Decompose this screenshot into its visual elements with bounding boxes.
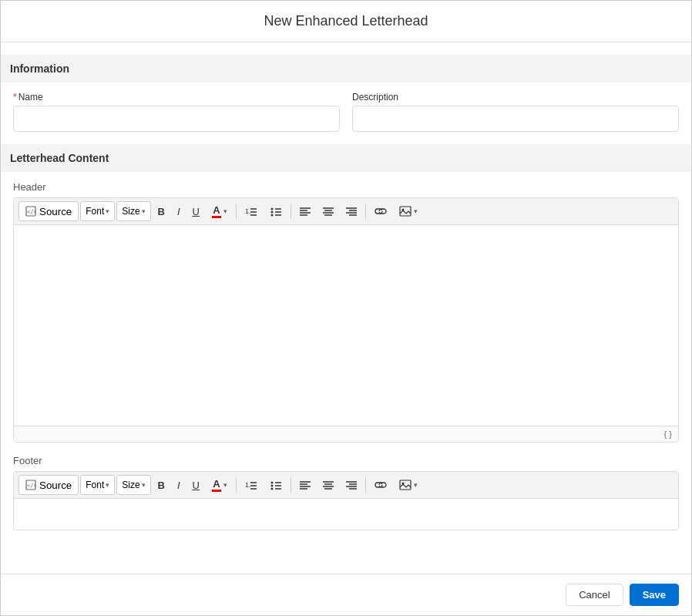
header-link-button[interactable] <box>369 201 392 221</box>
footer-unordered-list-button[interactable] <box>264 475 287 495</box>
svg-text:</>: </> <box>27 483 36 489</box>
header-source-label: Source <box>39 206 72 217</box>
footer-font-dropdown[interactable]: Font ▾ <box>80 475 115 495</box>
header-size-dropdown[interactable]: Size ▾ <box>116 201 150 221</box>
unordered-list-icon <box>270 206 282 217</box>
link-icon <box>375 206 387 217</box>
svg-point-34 <box>271 488 274 490</box>
size-chevron-icon: ▾ <box>142 207 146 215</box>
footer-align-center-icon <box>323 480 334 490</box>
footer-italic-icon: I <box>177 480 180 491</box>
footer-align-left-button[interactable] <box>294 475 316 495</box>
footer-bold-button[interactable]: B <box>153 475 170 495</box>
footer-source-label: Source <box>39 480 72 491</box>
svg-rect-24 <box>400 207 411 216</box>
footer-size-label: Size <box>122 480 139 490</box>
name-input[interactable] <box>13 106 340 132</box>
information-fields-row: *Name Description <box>13 92 679 132</box>
letterhead-content-section-header: Letterhead Content <box>1 144 691 172</box>
align-right-icon <box>346 207 357 216</box>
font-color-icon: A <box>212 205 221 218</box>
merge-fields-indicator: { } <box>664 429 672 439</box>
footer-link-icon <box>375 480 387 490</box>
footer-italic-button[interactable]: I <box>172 475 186 495</box>
footer-editor-content[interactable] <box>14 499 678 530</box>
header-merge-fields-bar: { } <box>14 426 678 442</box>
svg-point-8 <box>271 214 274 217</box>
footer-image-chevron-icon: ▾ <box>414 481 418 489</box>
header-label: Header <box>13 181 679 193</box>
header-editor-wrapper: </> Source Font ▾ Size ▾ <box>13 197 679 443</box>
svg-point-7 <box>271 211 274 214</box>
footer-ordered-list-button[interactable]: 1. <box>240 475 263 495</box>
header-size-label: Size <box>122 206 139 217</box>
description-field-group: Description <box>352 92 679 132</box>
header-ordered-list-button[interactable]: 1. <box>240 201 263 221</box>
modal-container: New Enhanced Letterhead Information *Nam… <box>0 0 692 616</box>
footer-image-button[interactable]: ▾ <box>394 475 423 495</box>
footer-font-color-chevron-icon: ▾ <box>223 481 227 489</box>
header-underline-button[interactable]: U <box>187 201 205 221</box>
align-left-icon <box>300 207 311 216</box>
save-button[interactable]: Save <box>630 584 679 606</box>
modal-body: Information *Name Description Letterhead… <box>1 42 691 574</box>
ordered-list-icon: 1. <box>245 206 257 217</box>
footer-ordered-list-icon: 1. <box>245 480 257 490</box>
footer-font-color-button[interactable]: A ▾ <box>207 475 233 495</box>
header-image-button[interactable]: ▾ <box>394 201 423 221</box>
footer-size-chevron-icon: ▾ <box>142 481 146 489</box>
header-editor-content[interactable] <box>14 225 678 426</box>
footer-separator-2 <box>291 477 291 493</box>
footer-source-button[interactable]: </> Source <box>18 475 79 495</box>
footer-editor-toolbar: </> Source Font ▾ Size ▾ <box>14 472 678 499</box>
header-font-color-button[interactable]: A ▾ <box>207 201 233 221</box>
cancel-button[interactable]: Cancel <box>566 584 623 606</box>
separator-1 <box>236 204 237 219</box>
footer-font-chevron-icon: ▾ <box>106 481 109 489</box>
underline-icon: U <box>193 206 200 217</box>
footer-align-center-button[interactable] <box>317 475 339 495</box>
footer-label: Footer <box>13 455 679 466</box>
footer-unordered-list-icon <box>270 480 282 490</box>
footer-editor-section: Footer </> Source Font ▾ <box>13 455 679 530</box>
footer-source-icon: </> <box>25 480 36 490</box>
footer-bold-icon: B <box>158 480 165 491</box>
svg-text:1.: 1. <box>245 481 251 489</box>
svg-point-32 <box>271 482 274 484</box>
image-icon <box>399 206 412 217</box>
footer-align-right-button[interactable] <box>341 475 362 495</box>
footer-align-left-icon <box>300 480 311 490</box>
header-editor-toolbar: </> Source Font ▾ Size ▾ <box>14 198 678 225</box>
header-align-center-button[interactable] <box>317 201 339 221</box>
footer-underline-button[interactable]: U <box>187 475 205 495</box>
footer-underline-icon: U <box>193 480 200 491</box>
footer-align-right-icon <box>346 480 357 490</box>
header-source-button[interactable]: </> Source <box>18 201 79 221</box>
footer-font-color-icon: A <box>212 479 221 492</box>
footer-link-button[interactable] <box>369 475 392 495</box>
svg-text:</>: </> <box>27 209 36 215</box>
header-align-left-button[interactable] <box>294 201 316 221</box>
description-label: Description <box>352 92 679 103</box>
information-section-header: Information <box>1 55 691 82</box>
font-color-chevron-icon: ▾ <box>223 207 227 215</box>
header-font-dropdown[interactable]: Font ▾ <box>80 201 115 221</box>
source-icon: </> <box>25 206 36 217</box>
footer-separator-1 <box>236 477 237 493</box>
modal-footer: Cancel Save <box>1 574 691 615</box>
header-italic-button[interactable]: I <box>172 201 186 221</box>
header-bold-button[interactable]: B <box>153 201 170 221</box>
footer-editor-wrapper: </> Source Font ▾ Size ▾ <box>13 471 679 530</box>
header-align-right-button[interactable] <box>341 201 362 221</box>
footer-size-dropdown[interactable]: Size ▾ <box>116 475 150 495</box>
italic-icon: I <box>177 206 180 217</box>
description-input[interactable] <box>352 106 679 132</box>
modal-title: New Enhanced Letterhead <box>1 1 691 42</box>
svg-point-33 <box>271 485 274 487</box>
header-editor-section: Header </> Source Font ▾ <box>13 181 679 443</box>
header-unordered-list-button[interactable] <box>264 201 287 221</box>
font-chevron-icon: ▾ <box>106 207 109 215</box>
footer-separator-3 <box>365 477 366 493</box>
svg-text:1.: 1. <box>245 207 251 215</box>
bold-icon: B <box>158 206 165 217</box>
